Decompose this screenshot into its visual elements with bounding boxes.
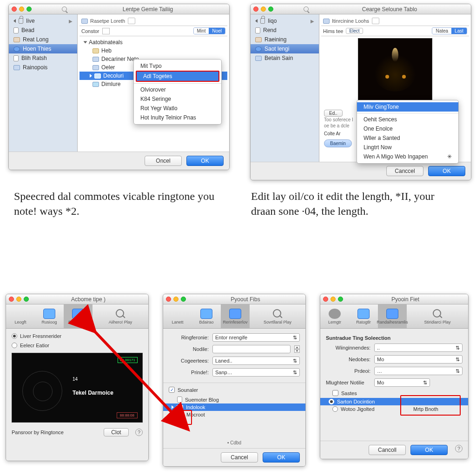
browse-button[interactable]: Baemin (324, 139, 352, 147)
mode-box[interactable] (102, 28, 110, 34)
breadcrumb[interactable]: Itinrcinine Loohs (323, 18, 369, 24)
disclosure-icon[interactable] (90, 74, 92, 78)
field-label: Mlughteer Notilie (326, 380, 370, 385)
zoom-icon[interactable] (181, 297, 186, 302)
segment-control[interactable]: Mint Noel (193, 27, 225, 34)
view-toggle[interactable] (128, 18, 135, 24)
sidebar-item-selected[interactable]: Hoen Thies (9, 44, 77, 53)
tree-item[interactable]: Heb (82, 46, 225, 55)
minimize-icon[interactable] (331, 297, 336, 302)
tb-item[interactable]: Stiridiarci Play (407, 304, 468, 328)
menu-item[interactable]: One Enolce (357, 124, 458, 133)
radio-icon[interactable] (332, 406, 338, 412)
sidebar-item[interactable]: Raeining (251, 35, 319, 44)
minimize-icon[interactable] (261, 7, 266, 12)
circle-icon (329, 309, 341, 319)
titlebar[interactable]: Cearge Seloune Tablo (251, 4, 471, 14)
minimize-icon[interactable] (16, 297, 21, 302)
menu-item-selected[interactable]: Mliv GingTone (357, 102, 458, 112)
tb-item[interactable]: Rusioog (35, 304, 64, 328)
close-icon[interactable] (12, 7, 17, 12)
tb-item-selected[interactable]: Rerinfeserlov (221, 304, 250, 328)
option-row[interactable]: Wotoo Jigolted Mrtp Bnoth (326, 405, 463, 413)
seg-item[interactable]: Natea (432, 28, 451, 34)
menu-item[interactable]: Wller a Santed (357, 133, 458, 143)
tb-item-selected[interactable]: Randaihesramlis (378, 304, 407, 328)
sidebar-item[interactable]: Reat Long (9, 35, 77, 44)
zoom-icon[interactable] (268, 7, 273, 12)
tb-item[interactable]: Ratogtlr (349, 304, 378, 328)
minimize-icon[interactable] (173, 297, 178, 302)
radio-icon[interactable] (329, 399, 334, 404)
zoom-icon[interactable] (26, 7, 32, 12)
select-field[interactable]: Sanp…⇅ (212, 368, 300, 377)
minimize-icon[interactable] (19, 7, 24, 12)
sidebar-item[interactable]: Iive▶ (9, 16, 77, 26)
sidebar-item[interactable]: Bead (9, 26, 77, 35)
tree-root[interactable]: Aatobinateals (82, 38, 225, 46)
radio-icon[interactable] (12, 343, 17, 348)
zoom-icon[interactable] (338, 297, 343, 302)
folder-icon (93, 48, 99, 53)
sidebar-item-selected[interactable]: Saot lengi (251, 44, 319, 53)
menu-item[interactable]: Rot Yegr Watlo (134, 104, 221, 113)
select-field[interactable]: Laned..⇅ (212, 357, 300, 365)
step-up-icon[interactable]: ▲ (294, 345, 300, 349)
titlebar[interactable]: Pyooin Fiet (320, 294, 468, 304)
cancel-button[interactable]: Cancel (221, 452, 258, 463)
help-icon[interactable]: ? (455, 445, 463, 452)
tb-item[interactable]: Sovrtllaral Play (250, 304, 305, 328)
close-icon[interactable] (9, 297, 14, 302)
stepper[interactable]: ▲▼ (294, 345, 300, 353)
cancel-button[interactable]: Cancoll (369, 445, 406, 455)
ok-button[interactable]: OK (410, 445, 448, 455)
select-field[interactable]: ..⇅ (374, 344, 463, 352)
cancel-button[interactable]: Oncel (145, 156, 182, 166)
sidebar-item[interactable]: Blih Ratsh (9, 53, 77, 63)
tb-item[interactable]: Bdairao (192, 304, 221, 328)
step-down-icon[interactable]: ▼ (294, 349, 300, 353)
seg-item[interactable]: Noel (209, 28, 225, 34)
ok-button[interactable]: OK (263, 452, 300, 463)
mid-button[interactable]: Elect (346, 28, 363, 34)
seg-item[interactable]: Mint (194, 28, 209, 34)
menu-item[interactable]: Olviorover (134, 85, 221, 94)
ok-button[interactable]: OK (186, 156, 224, 166)
menu-item[interactable]: Lingtrt Now (357, 143, 458, 152)
tb-item[interactable]: Leogft (6, 304, 35, 328)
close-icon[interactable] (323, 297, 328, 302)
sidebar-item[interactable]: Iiqo▶ (251, 16, 319, 26)
select-field[interactable]: Mo⇅ (374, 378, 430, 387)
doc-icon (13, 55, 19, 61)
titlebar[interactable]: Lentpe Gemle Tailiig (9, 4, 229, 14)
select-field[interactable]: …⇅ (374, 367, 463, 375)
segment-control[interactable]: Natea Last (432, 27, 467, 34)
menu-item[interactable]: Hot Inulty Telnior Pnas (134, 113, 221, 122)
sidebar-item[interactable]: Betain Sain (251, 53, 319, 63)
close-icon[interactable] (166, 297, 171, 302)
disclosure-icon[interactable] (84, 41, 87, 44)
sidebar-item[interactable]: Rend (251, 26, 319, 35)
menu-item-selected[interactable]: Adl Togetes (136, 71, 219, 82)
close-icon[interactable] (253, 7, 258, 12)
view-toggle[interactable] (372, 18, 379, 24)
seg-item[interactable]: Last (451, 28, 467, 34)
edit-button[interactable]: Ed.. (324, 110, 343, 117)
menu-item[interactable]: Wen A Migo Web Ingapen✳ (357, 152, 458, 161)
menu-item[interactable]: Oehit Sences (357, 115, 458, 124)
select-field[interactable]: Entor nrengife⇅ (212, 333, 300, 342)
titlebar[interactable]: Acbome tipe ) (6, 294, 148, 304)
sidebar-item[interactable]: Rainopois (9, 63, 77, 72)
select-field[interactable]: Mo⇅ (374, 355, 463, 364)
zoom-icon[interactable] (24, 297, 29, 302)
titlebar[interactable]: Pyoout Fibs (163, 294, 305, 304)
ok-button[interactable]: OK (428, 166, 465, 176)
tb-item[interactable]: Lemgtr (320, 304, 349, 328)
menu-item[interactable]: K84 Seringe (134, 94, 221, 104)
checkbox-icon[interactable] (332, 390, 338, 396)
menu-item[interactable]: Mit Tvpo (134, 61, 221, 71)
breadcrumb[interactable]: Rasetpe Loreth (81, 18, 125, 24)
text-field[interactable] (212, 345, 291, 353)
cancel-button[interactable]: Canccel (386, 166, 423, 176)
radio-icon[interactable] (12, 333, 17, 339)
